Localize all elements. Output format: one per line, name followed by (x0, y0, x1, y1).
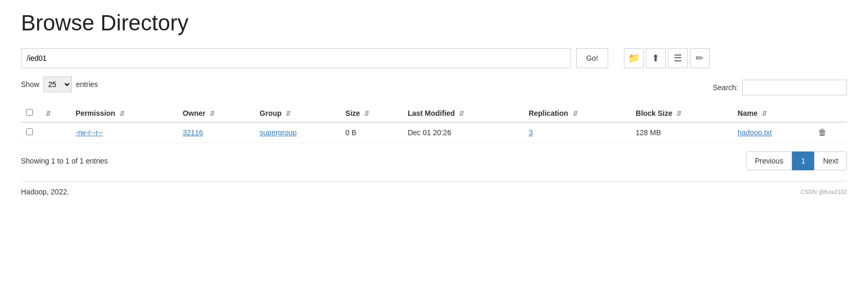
footer-right-text: CSDN @Kox2102 (800, 189, 847, 195)
replication-link[interactable]: 3 (529, 128, 533, 137)
open-folder-icon: 📁 (628, 52, 640, 64)
delete-icon[interactable]: 🗑 (818, 128, 827, 137)
row-checkbox-cell (21, 122, 38, 143)
col-header-owner: Owner ⇵ (178, 105, 255, 122)
row-group-cell: supergroup (255, 122, 340, 143)
entries-suffix: entries (76, 80, 98, 89)
sort-name-icon[interactable]: ⇵ (762, 110, 767, 117)
col-header-sort: ⇵ (38, 105, 70, 122)
row-block-size-cell: 128 MB (631, 122, 733, 143)
sort-group-icon[interactable]: ⇵ (285, 110, 291, 117)
col-header-permission: Permission ⇵ (70, 105, 177, 122)
edit-icon: ✏ (696, 52, 704, 64)
group-link[interactable]: supergroup (260, 128, 297, 137)
upload-button[interactable]: ⬆ (646, 48, 666, 68)
col-header-block-size: Block Size ⇵ (631, 105, 733, 122)
col-header-name: Name ⇵ (732, 105, 813, 122)
upload-icon: ⬆ (652, 52, 660, 64)
pagination-controls: Previous 1 Next (746, 151, 847, 170)
col-header-group: Group ⇵ (255, 105, 340, 122)
page-1-button[interactable]: 1 (792, 151, 814, 170)
row-delete-cell: 🗑 (813, 122, 847, 143)
col-header-checkbox (21, 105, 38, 122)
col-header-size: Size ⇵ (340, 105, 402, 122)
row-size-cell: 0 B (340, 122, 402, 143)
search-input[interactable] (742, 80, 847, 95)
previous-button[interactable]: Previous (746, 151, 792, 170)
sort-size-icon[interactable]: ⇵ (364, 110, 369, 117)
sort-owner-icon[interactable]: ⇵ (210, 110, 215, 117)
next-button[interactable]: Next (814, 151, 847, 170)
path-input[interactable] (21, 48, 571, 68)
footer-divider (21, 181, 847, 181)
show-label: Show (21, 80, 39, 89)
list-icon: ☰ (674, 52, 682, 64)
row-name-cell: hadoop.txt (732, 122, 813, 143)
row-checkbox[interactable] (26, 128, 33, 135)
sort-permission-icon[interactable]: ⇵ (119, 110, 125, 117)
select-all-checkbox[interactable] (26, 109, 33, 116)
row-permission-cell: -rw-r--r-- (70, 122, 177, 143)
table-row: -rw-r--r-- 32116 supergroup 0 B Dec 01 2… (21, 122, 847, 143)
sort-all-icon[interactable]: ⇵ (46, 110, 51, 117)
row-replication-cell: 3 (523, 122, 630, 143)
open-folder-button[interactable]: 📁 (624, 48, 644, 68)
row-index-cell (38, 122, 70, 143)
permission-link[interactable]: -rw-r--r-- (75, 128, 103, 137)
sort-replication-icon[interactable]: ⇵ (573, 110, 578, 117)
edit-button[interactable]: ✏ (690, 48, 710, 68)
file-name-link[interactable]: hadoop.txt (738, 128, 772, 137)
owner-link[interactable]: 32116 (183, 128, 203, 137)
sort-block-size-icon[interactable]: ⇵ (676, 110, 682, 117)
go-button[interactable]: Go! (576, 48, 608, 68)
search-label: Search: (713, 83, 738, 92)
list-button[interactable]: ☰ (668, 48, 688, 68)
col-header-actions (813, 105, 847, 122)
row-last-modified-cell: Dec 01 20:26 (402, 122, 523, 143)
sort-last-modified-icon[interactable]: ⇵ (459, 110, 464, 117)
footer-left-text: Hadoop, 2022. (21, 188, 69, 196)
col-header-replication: Replication ⇵ (523, 105, 630, 122)
showing-text: Showing 1 to 1 of 1 entries (21, 157, 108, 165)
page-title: Browse Directory (21, 10, 847, 36)
directory-table: ⇵ Permission ⇵ Owner ⇵ Group ⇵ Size ⇵ (21, 105, 847, 143)
entries-select[interactable]: 10 25 50 100 (43, 77, 72, 92)
row-owner-cell: 32116 (178, 122, 255, 143)
col-header-last-modified: Last Modified ⇵ (402, 105, 523, 122)
